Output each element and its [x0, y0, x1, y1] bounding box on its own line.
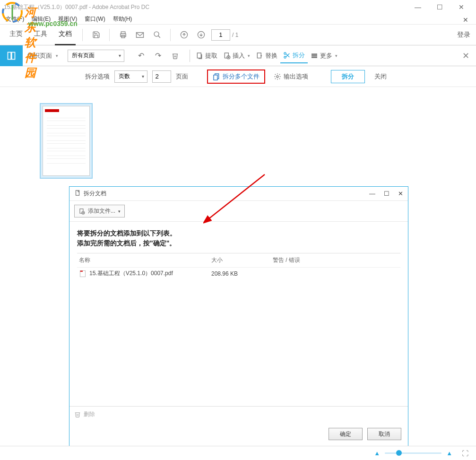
- tab-home[interactable]: 主页: [6, 25, 26, 45]
- split-options-bar: 拆分选项 页数 页面 拆分多个文件 输出选项 拆分 关闭: [0, 66, 476, 87]
- menubar: 文件(F) 编辑(E) 视图(V) 窗口(W) 帮助(H) ✕: [0, 14, 476, 25]
- svg-rect-5: [137, 32, 144, 37]
- close-window-button[interactable]: ✕: [450, 0, 472, 14]
- page-thumbnail[interactable]: [40, 103, 93, 179]
- split-document-dialog: 拆分文档 — ☐ ✕ 添加文件... ▾ 将要拆分的文档添加到以下列表。 添加完…: [69, 186, 408, 446]
- svg-rect-24: [312, 54, 317, 54]
- pages-label: 页面: [176, 72, 188, 81]
- split-option-label: 拆分选项: [85, 72, 110, 81]
- close-menubar-icon[interactable]: ✕: [460, 15, 471, 25]
- dialog-maximize-button[interactable]: ☐: [384, 190, 389, 197]
- minimize-button[interactable]: —: [407, 0, 429, 14]
- zoom-slider-thumb[interactable]: [396, 450, 402, 456]
- replace-action[interactable]: 替换: [253, 48, 280, 63]
- svg-rect-19: [257, 53, 261, 58]
- fullscreen-icon[interactable]: ⛶: [462, 450, 468, 457]
- ok-button[interactable]: 确定: [329, 428, 363, 440]
- svg-rect-14: [197, 53, 201, 58]
- separator: [190, 50, 190, 62]
- svg-rect-31: [76, 191, 79, 196]
- menu-window[interactable]: 窗口(W): [82, 14, 108, 24]
- login-link[interactable]: 登录: [457, 31, 470, 39]
- chevron-down-icon[interactable]: ▾: [56, 53, 58, 58]
- separator: [82, 29, 83, 41]
- tab-toolbar: 主页 工具 文档 / 1 登录: [0, 25, 476, 45]
- zoom-bar: ▲ ▲ ⛶: [0, 446, 476, 460]
- split-multiple-button[interactable]: 拆分多个文件: [207, 69, 265, 84]
- rotate-cw-icon[interactable]: ↷: [151, 49, 165, 63]
- zoom-in-icon[interactable]: ▲: [446, 450, 452, 457]
- page-filter-dropdown[interactable]: 所有页面: [68, 50, 124, 62]
- add-files-button[interactable]: 添加文件... ▾: [74, 205, 125, 217]
- menu-view[interactable]: 视图(V): [55, 14, 80, 24]
- save-icon[interactable]: [89, 28, 103, 42]
- page-current-input[interactable]: [211, 29, 230, 41]
- svg-rect-25: [312, 55, 317, 56]
- page-indicator: / 1: [211, 29, 238, 41]
- maximize-button[interactable]: ☐: [429, 0, 450, 14]
- document-icon: [74, 190, 81, 198]
- trash-icon: [74, 411, 81, 418]
- svg-rect-28: [214, 75, 217, 80]
- extract-action[interactable]: 提取: [193, 48, 220, 63]
- svg-point-29: [277, 76, 278, 78]
- more-action[interactable]: 更多▾: [308, 48, 340, 63]
- svg-line-7: [158, 36, 160, 38]
- cancel-button[interactable]: 取消: [367, 428, 401, 440]
- svg-rect-26: [312, 57, 317, 57]
- insert-action[interactable]: 插入▾: [220, 48, 253, 63]
- zoom-out-icon[interactable]: ▲: [374, 450, 380, 457]
- svg-point-20: [284, 52, 286, 54]
- file-name: 15.基础工程（V25.1.0）0007.pdf: [89, 269, 173, 278]
- svg-point-6: [154, 32, 159, 36]
- search-icon[interactable]: [150, 28, 164, 42]
- dialog-title: 拆分文档: [84, 190, 369, 198]
- page-down-icon[interactable]: [194, 28, 208, 42]
- close-toolbar-icon[interactable]: ✕: [462, 51, 469, 61]
- menu-file[interactable]: 文件(F): [3, 14, 27, 24]
- pdf-icon: [79, 270, 87, 278]
- col-size[interactable]: 大小: [211, 256, 273, 264]
- dialog-instructions: 将要拆分的文档添加到以下列表。 添加完所需的文档后，按"确定"。: [77, 228, 400, 248]
- organize-pages-icon[interactable]: [0, 45, 23, 66]
- dialog-close-button[interactable]: ✕: [398, 190, 403, 197]
- chevron-down-icon: ▾: [118, 209, 121, 214]
- delete-row[interactable]: 删除: [69, 406, 408, 422]
- dialog-titlebar: 拆分文档 — ☐ ✕: [69, 187, 408, 201]
- titlebar: 15.基础工程（V25.1.0）0007.pdf - Adobe Acrobat…: [0, 0, 476, 14]
- split-execute-button[interactable]: 拆分: [331, 70, 365, 83]
- menu-edit[interactable]: 编辑(E): [29, 14, 53, 24]
- svg-rect-12: [8, 52, 11, 59]
- page-up-icon[interactable]: [177, 28, 190, 42]
- main-area: 拆分文档 — ☐ ✕ 添加文件... ▾ 将要拆分的文档添加到以下列表。 添加完…: [0, 87, 476, 442]
- close-splitbar-button[interactable]: 关闭: [370, 70, 391, 83]
- delete-page-icon[interactable]: [168, 49, 182, 63]
- col-name[interactable]: 名称: [79, 256, 211, 264]
- page-total: / 1: [232, 32, 238, 38]
- file-row[interactable]: 15.基础工程（V25.1.0）0007.pdf 208.96 KB: [77, 268, 400, 279]
- organize-label: 组织页面: [27, 52, 52, 60]
- separator: [170, 29, 171, 41]
- col-warning[interactable]: 警告 / 错误: [273, 256, 398, 264]
- window-title: 15.基础工程（V25.1.0）0007.pdf - Adobe Acrobat…: [4, 3, 407, 11]
- email-icon[interactable]: [133, 28, 147, 42]
- separator: [109, 29, 110, 41]
- file-list: 名称 大小 警告 / 错误 15.基础工程（V25.1.0）0007.pdf 2…: [77, 253, 400, 406]
- svg-rect-13: [12, 52, 15, 59]
- zoom-slider[interactable]: [385, 452, 441, 454]
- file-size: 208.96 KB: [211, 270, 273, 277]
- rotate-ccw-icon[interactable]: ↶: [134, 49, 148, 63]
- output-options-button[interactable]: 输出选项: [270, 69, 312, 84]
- tab-tools[interactable]: 工具: [30, 25, 51, 45]
- print-icon[interactable]: [116, 28, 130, 42]
- svg-rect-37: [80, 270, 83, 272]
- split-action[interactable]: 拆分: [280, 48, 308, 63]
- svg-point-21: [284, 56, 286, 58]
- split-by-dropdown[interactable]: 页数: [114, 70, 147, 83]
- tab-document[interactable]: 文档: [55, 25, 76, 45]
- menu-help[interactable]: 帮助(H): [110, 14, 135, 24]
- organize-toolbar: 组织页面 ▾ 所有页面 ↶ ↷ 提取 插入▾ 替换 拆分 更多▾ ✕: [0, 45, 476, 66]
- dialog-minimize-button[interactable]: —: [369, 190, 375, 197]
- split-value-input[interactable]: [152, 70, 171, 83]
